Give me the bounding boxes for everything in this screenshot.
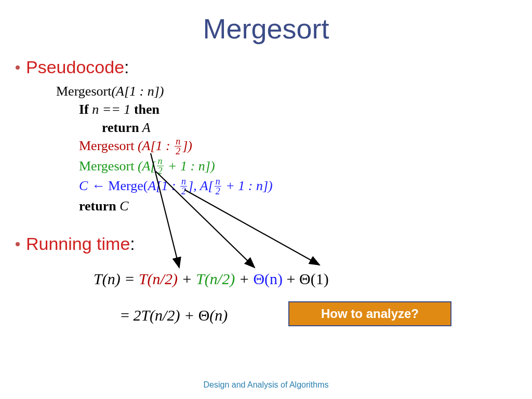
pseudo-fn-args: (A[1 : n]) — [111, 84, 164, 99]
frac-n2-3: n2 — [180, 177, 187, 196]
pseudo-return-a: return A — [56, 118, 273, 137]
call2-fn: Mergesort — [79, 158, 138, 174]
bullet-pseudocode-label: Pseudocode — [26, 57, 124, 77]
pseudo-call-1: Mergesort (A[1 : n2]) — [56, 137, 273, 157]
colon: : — [124, 57, 129, 77]
if-kw: If — [79, 102, 89, 117]
tn-lhs: T(n) = — [94, 270, 139, 287]
merge-arg1b: ], A[ — [188, 178, 214, 193]
return-a-val: A — [139, 120, 151, 135]
recurrence-line-1: T(n) = T(n/2) + T(n/2) + Θ(n) + Θ(1) — [94, 270, 329, 288]
bullet-dot-icon — [16, 65, 20, 70]
pseudo-call-2: Mergesort (A[n2 + 1 : n]) — [56, 157, 273, 177]
pseudo-return-c: return C — [56, 197, 273, 215]
theta-n: Θ(n) — [253, 270, 283, 287]
pseudocode-block: Mergesort(A[1 : n]) If n == 1 then retur… — [56, 82, 273, 215]
eq-sign: = — [121, 307, 133, 324]
plus-2: + — [235, 270, 253, 287]
frac-n2-2: n2 — [157, 156, 164, 176]
call2-mid: + 1 : n]) — [165, 158, 215, 174]
merge-arg2b: + 1 : n]) — [222, 178, 273, 193]
bullet-running-time-text: Running time: — [26, 234, 135, 254]
return-kw-2: return — [79, 198, 116, 214]
return-kw-1: return — [102, 120, 139, 135]
slide: Mergesort Pseudocode: Mergesort(A[1 : n]… — [0, 0, 532, 399]
tn-term2: T(n/2) — [196, 270, 235, 287]
merge-arg1a: A[1 : — [148, 178, 179, 193]
return-c-val: C — [116, 198, 129, 214]
pseudo-fn-name: Mergesort — [56, 84, 111, 99]
pseudo-merge-line: C ← Merge(A[1 : n2], A[n2 + 1 : n]) — [56, 177, 273, 197]
slide-title: Mergesort — [0, 12, 532, 45]
call1-open: (A[1 : — [138, 138, 174, 153]
frac-n2-4: n2 — [215, 177, 221, 196]
bullet-pseudocode: Pseudocode: — [16, 57, 129, 77]
call1-fn: Mergesort — [79, 138, 138, 153]
recurrence-line-2: = 2T(n/2) + Θ(n) — [121, 307, 228, 324]
pseudo-if-line: If n == 1 then — [56, 100, 273, 118]
then-kw: then — [134, 102, 159, 117]
plus-1: + — [178, 270, 196, 287]
frac-n2-1: n2 — [175, 137, 181, 156]
pseudo-header: Mergesort(A[1 : n]) — [56, 82, 273, 100]
slide-footer: Design and Analysis of Algorithms — [0, 380, 532, 390]
if-cond: n == 1 — [89, 102, 134, 117]
bullet-pseudocode-text: Pseudocode: — [26, 57, 129, 77]
call2-open: (A[ — [138, 158, 156, 174]
recurrence-simplified: 2T(n/2) + Θ(n) — [133, 307, 228, 324]
call1-close: ]) — [182, 138, 192, 153]
theta-1: + Θ(1) — [283, 270, 329, 287]
colon-2: : — [130, 234, 135, 254]
bullet-running-time: Running time: — [16, 234, 135, 254]
merge-lhs: C ← — [79, 178, 108, 193]
analyze-callout: How to analyze? — [288, 301, 451, 326]
bullet-dot-icon-2 — [16, 242, 20, 246]
analyze-label: How to analyze? — [321, 307, 419, 321]
merge-fn: Merge( — [108, 178, 148, 193]
tn-term1: T(n/2) — [139, 270, 178, 287]
bullet-running-time-label: Running time — [26, 234, 130, 254]
